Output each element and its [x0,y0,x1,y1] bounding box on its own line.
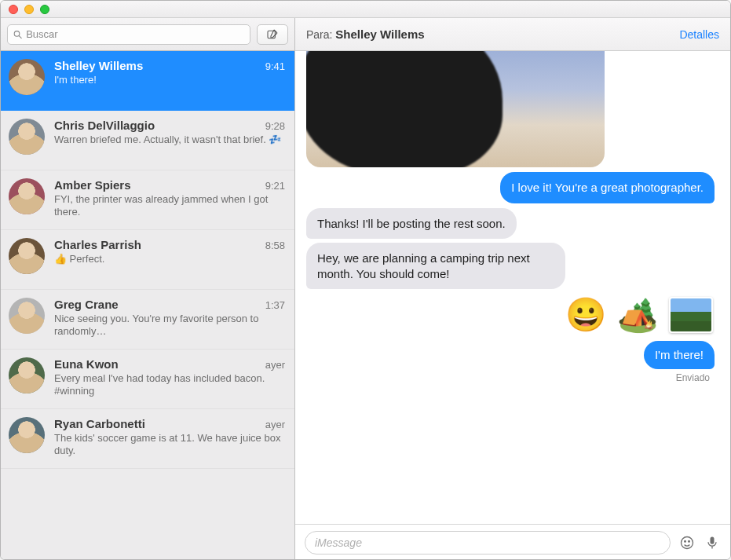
conversation-row[interactable]: Greg Crane 1:37 Nice seeing you. You're … [1,290,294,350]
svg-point-3 [682,537,693,549]
toolbar: Para: Shelley Willems Detalles [1,18,730,51]
conversation-name: Greg Crane [54,298,119,311]
conversation-preview: The kids' soccer game is at 11. We have … [54,432,285,458]
to-recipient-name: Shelley Willems [335,27,424,41]
microphone-icon [704,535,720,551]
conversation-name: Euna Kwon [54,357,119,371]
conversation-name: Charles Parrish [54,238,141,251]
outgoing-message[interactable]: I'm there! [644,341,715,369]
incoming-message[interactable]: Hey, we are planning a camping trip next… [306,243,565,289]
conversation-row[interactable]: Ryan Carbonetti ayer The kids' soccer ga… [1,409,294,469]
conversation-name: Shelley Willems [54,59,143,72]
to-label: Para: [306,28,332,41]
emoji-picker-icon [679,535,695,551]
conversation-preview: FYI, the printer was already jammed when… [54,193,285,219]
tent-emoji: 🏕️ [617,298,658,331]
avatar [9,59,45,95]
incoming-photo-message[interactable] [306,51,605,167]
incoming-message[interactable]: Thanks! I'll be posting the rest soon. [306,208,517,240]
toolbar-conversation: Para: Shelley Willems Detalles [295,18,730,51]
compose-icon [266,28,279,41]
conversation-preview: I'm there! [54,74,285,86]
messages-window: Para: Shelley Willems Detalles Shelley W… [0,0,731,560]
landscape-photo-thumbnail[interactable] [669,297,713,333]
svg-line-1 [19,35,21,38]
conversation-name: Amber Spiers [54,178,131,192]
avatar [9,178,45,214]
svg-point-5 [689,541,690,543]
conversation-row[interactable]: Shelley Willems 9:41 I'm there! [1,51,294,111]
outgoing-message[interactable]: I love it! You're a great photographer. [500,172,715,203]
search-input[interactable] [26,28,245,40]
search-field[interactable] [7,24,250,45]
delivery-status: Enviado [676,372,715,383]
conversation-time: ayer [265,359,285,371]
conversation-row[interactable]: Chris DelVillaggio 9:28 Warren briefed m… [1,111,294,170]
avatar [9,417,45,453]
svg-rect-6 [711,537,715,544]
details-button[interactable]: Detalles [679,28,719,41]
conversation-name: Chris DelVillaggio [54,119,155,132]
svg-point-4 [685,541,686,543]
conversation-pane: I love it! You're a great photographer. … [295,51,730,560]
compose-input[interactable] [315,536,660,549]
compose-field[interactable] [305,531,671,555]
dictation-button[interactable] [704,534,721,551]
zoom-window-button[interactable] [40,5,49,14]
conversation-time: 9:21 [265,180,285,192]
content-split: Shelley Willems 9:41 I'm there! Chris De… [1,51,730,560]
titlebar [1,1,730,18]
conversation-preview: 👍 Perfect. [54,253,285,265]
search-icon [13,29,23,40]
toolbar-sidebar [1,18,295,51]
svg-point-0 [14,31,20,36]
conversation-time: 9:28 [265,120,285,132]
close-window-button[interactable] [9,5,18,14]
minimize-window-button[interactable] [24,5,34,14]
conversation-list[interactable]: Shelley Willems 9:41 I'm there! Chris De… [1,51,295,560]
message-thread[interactable]: I love it! You're a great photographer. … [295,51,730,524]
conversation-preview: Nice seeing you. You're my favorite pers… [54,313,285,339]
conversation-row[interactable]: Euna Kwon ayer Every meal I've had today… [1,350,294,409]
conversation-name: Ryan Carbonetti [54,417,145,430]
compose-button[interactable] [257,24,288,45]
conversation-row[interactable]: Charles Parrish 8:58 👍 Perfect. [1,230,294,290]
conversation-time: 1:37 [265,299,285,311]
avatar [9,119,45,155]
conversation-time: 8:58 [265,240,285,251]
conversation-row[interactable]: Amber Spiers 9:21 FYI, the printer was a… [1,170,294,230]
message-composer [295,524,730,560]
avatar [9,357,45,393]
grin-emoji: 😀 [565,298,606,331]
conversation-time: ayer [265,419,285,430]
to-field[interactable]: Para: Shelley Willems [306,27,425,41]
avatar [9,238,45,274]
outgoing-emoji-message[interactable]: 😀 🏕️ [564,294,715,336]
avatar [9,298,45,334]
conversation-preview: Warren briefed me. Actually, it wasn't t… [54,134,285,146]
emoji-picker-button[interactable] [678,534,696,551]
conversation-preview: Every meal I've had today has included b… [54,372,285,398]
conversation-time: 9:41 [265,60,285,72]
